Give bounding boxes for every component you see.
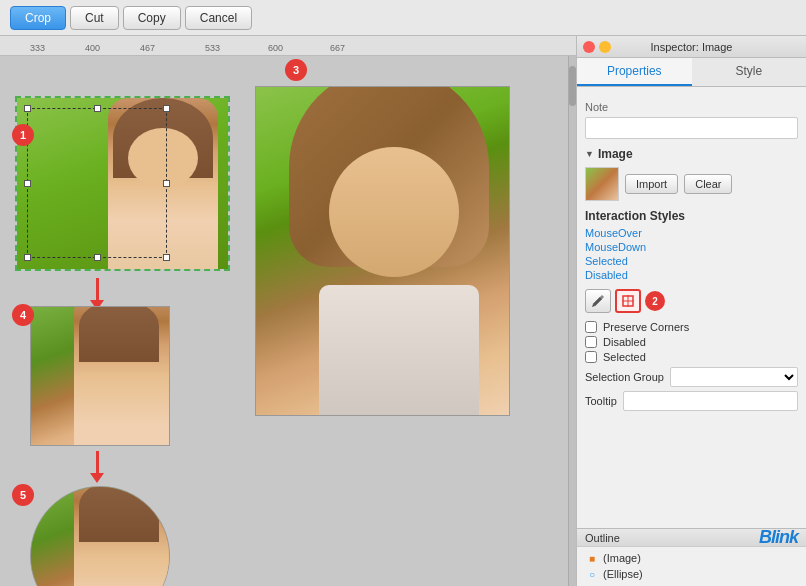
handle-tr[interactable] (163, 105, 170, 112)
tooltip-label: Tooltip (585, 395, 617, 407)
tab-style[interactable]: Style (692, 58, 807, 86)
blink-logo: Blink (759, 527, 798, 548)
main-area: 333 400 467 533 600 667 1 (0, 36, 806, 586)
pencil-icon (591, 294, 605, 308)
scroll-bar[interactable] (568, 56, 576, 586)
image-section: Import Clear (585, 167, 798, 201)
cancel-button[interactable]: Cancel (185, 6, 252, 30)
handle-tl[interactable] (24, 105, 31, 112)
selection-group-select[interactable] (670, 367, 798, 387)
import-button[interactable]: Import (625, 174, 678, 194)
ruler: 333 400 467 533 600 667 (0, 36, 576, 56)
collapse-triangle: ▼ (585, 149, 594, 159)
outline-header: Outline Blink (577, 529, 806, 547)
image-box-2[interactable] (30, 306, 170, 446)
mouseover-link[interactable]: MouseOver (585, 227, 798, 239)
disabled-checkbox[interactable] (585, 336, 597, 348)
step-3-badge: 3 (285, 59, 307, 81)
step-5-badge: 5 (12, 484, 34, 506)
selected-checkbox[interactable] (585, 351, 597, 363)
crop-icon (621, 294, 635, 308)
cut-button[interactable]: Cut (70, 6, 119, 30)
ruler-mark: 467 (140, 43, 155, 53)
selection-group-row: Selection Group (585, 367, 798, 387)
image-box-1[interactable] (15, 96, 230, 271)
preserve-corners-row: Preserve Corners (585, 321, 798, 333)
tab-properties[interactable]: Properties (577, 58, 692, 86)
selection-group-label: Selection Group (585, 371, 664, 383)
minimize-button[interactable] (599, 41, 611, 53)
ruler-mark: 400 (85, 43, 100, 53)
selected-link[interactable]: Selected (585, 255, 798, 267)
tools-row: 2 (585, 289, 798, 313)
crop-tool-button[interactable] (615, 289, 641, 313)
mousedown-link[interactable]: MouseDown (585, 241, 798, 253)
handle-tm[interactable] (94, 105, 101, 112)
outline-item-image[interactable]: ■ (Image) (585, 550, 798, 566)
image-thumbnail (585, 167, 619, 201)
tooltip-input[interactable] (623, 391, 798, 411)
handle-ml[interactable] (24, 180, 31, 187)
ruler-mark: 333 (30, 43, 45, 53)
tooltip-row: Tooltip (585, 391, 798, 411)
panel-tabs: Properties Style (577, 58, 806, 87)
ellipse-icon: ○ (585, 567, 599, 581)
inspector-header: Inspector: Image (577, 36, 806, 58)
selection-box[interactable] (27, 108, 167, 258)
note-label: Note (585, 101, 798, 113)
image-icon: ■ (585, 551, 599, 565)
note-input[interactable] (585, 117, 798, 139)
ruler-mark: 667 (330, 43, 345, 53)
interaction-styles-header: Interaction Styles (585, 209, 798, 223)
ruler-mark: 600 (268, 43, 283, 53)
handle-br[interactable] (163, 254, 170, 261)
toolbar: Crop Cut Copy Cancel (0, 0, 806, 36)
copy-button[interactable]: Copy (123, 6, 181, 30)
handle-bm[interactable] (94, 254, 101, 261)
outline-items: ■ (Image) ○ (Ellipse) (577, 547, 806, 585)
step-2-badge: 2 (645, 291, 665, 311)
image-section-header: ▼ Image (585, 147, 798, 161)
image-box-3[interactable] (30, 486, 170, 586)
right-panel: Inspector: Image Properties Style Note ▼… (576, 36, 806, 586)
crop-button[interactable]: Crop (10, 6, 66, 30)
arrow-4-to-5 (90, 451, 104, 483)
panel-content: Note ▼ Image Import Clear Interaction St… (577, 87, 806, 528)
close-button[interactable] (583, 41, 595, 53)
disabled-row: Disabled (585, 336, 798, 348)
handle-mr[interactable] (163, 180, 170, 187)
handle-bl[interactable] (24, 254, 31, 261)
outline-item-ellipse[interactable]: ○ (Ellipse) (585, 566, 798, 582)
disabled-link[interactable]: Disabled (585, 269, 798, 281)
selected-row: Selected (585, 351, 798, 363)
canvas[interactable]: 1 (0, 56, 568, 586)
step-4-badge: 4 (12, 304, 34, 326)
ruler-mark: 533 (205, 43, 220, 53)
step-1-badge: 1 (12, 124, 34, 146)
clear-button[interactable]: Clear (684, 174, 732, 194)
pencil-tool-button[interactable] (585, 289, 611, 313)
large-preview (255, 86, 510, 416)
outline-panel: Outline Blink ■ (Image) ○ (Ellipse) (577, 528, 806, 586)
preserve-corners-checkbox[interactable] (585, 321, 597, 333)
